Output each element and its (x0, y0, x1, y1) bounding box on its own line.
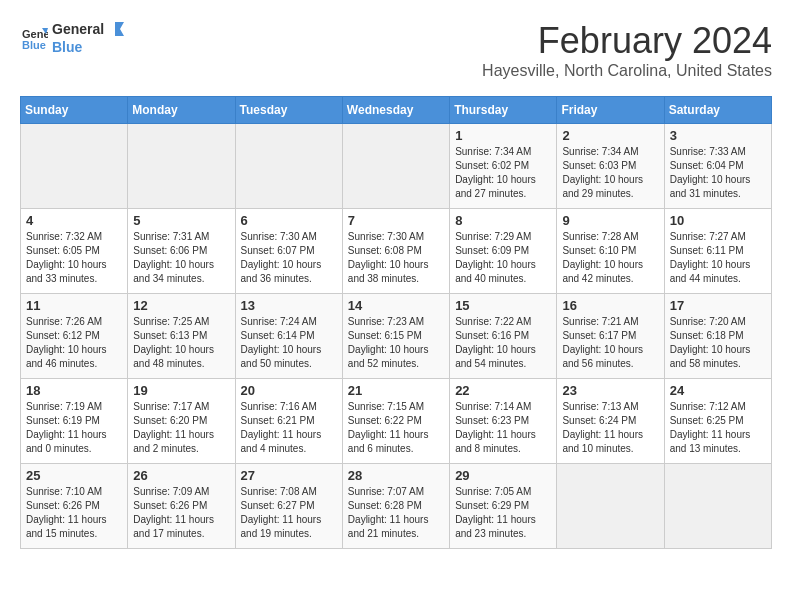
day-number: 3 (670, 128, 766, 143)
calendar-cell: 28Sunrise: 7:07 AM Sunset: 6:28 PM Dayli… (342, 464, 449, 549)
calendar-cell: 6Sunrise: 7:30 AM Sunset: 6:07 PM Daylig… (235, 209, 342, 294)
calendar-cell: 23Sunrise: 7:13 AM Sunset: 6:24 PM Dayli… (557, 379, 664, 464)
day-number: 12 (133, 298, 229, 313)
column-header-friday: Friday (557, 97, 664, 124)
calendar-cell: 17Sunrise: 7:20 AM Sunset: 6:18 PM Dayli… (664, 294, 771, 379)
calendar-cell: 5Sunrise: 7:31 AM Sunset: 6:06 PM Daylig… (128, 209, 235, 294)
day-info: Sunrise: 7:29 AM Sunset: 6:09 PM Dayligh… (455, 230, 551, 286)
day-info: Sunrise: 7:34 AM Sunset: 6:02 PM Dayligh… (455, 145, 551, 201)
column-header-saturday: Saturday (664, 97, 771, 124)
logo-general-text: General (52, 21, 104, 37)
day-info: Sunrise: 7:12 AM Sunset: 6:25 PM Dayligh… (670, 400, 766, 456)
day-number: 25 (26, 468, 122, 483)
day-number: 11 (26, 298, 122, 313)
calendar-cell: 14Sunrise: 7:23 AM Sunset: 6:15 PM Dayli… (342, 294, 449, 379)
day-number: 7 (348, 213, 444, 228)
column-header-thursday: Thursday (450, 97, 557, 124)
day-number: 24 (670, 383, 766, 398)
calendar-cell: 21Sunrise: 7:15 AM Sunset: 6:22 PM Dayli… (342, 379, 449, 464)
month-title: February 2024 (482, 20, 772, 62)
calendar-table: SundayMondayTuesdayWednesdayThursdayFrid… (20, 96, 772, 549)
day-number: 9 (562, 213, 658, 228)
calendar-cell: 11Sunrise: 7:26 AM Sunset: 6:12 PM Dayli… (21, 294, 128, 379)
calendar-cell: 12Sunrise: 7:25 AM Sunset: 6:13 PM Dayli… (128, 294, 235, 379)
day-info: Sunrise: 7:15 AM Sunset: 6:22 PM Dayligh… (348, 400, 444, 456)
day-number: 22 (455, 383, 551, 398)
day-number: 15 (455, 298, 551, 313)
day-number: 4 (26, 213, 122, 228)
calendar-cell: 27Sunrise: 7:08 AM Sunset: 6:27 PM Dayli… (235, 464, 342, 549)
day-info: Sunrise: 7:05 AM Sunset: 6:29 PM Dayligh… (455, 485, 551, 541)
day-number: 8 (455, 213, 551, 228)
header: General Blue General Blue February 2024 … (20, 20, 772, 80)
calendar-cell: 20Sunrise: 7:16 AM Sunset: 6:21 PM Dayli… (235, 379, 342, 464)
day-info: Sunrise: 7:08 AM Sunset: 6:27 PM Dayligh… (241, 485, 337, 541)
calendar-cell: 15Sunrise: 7:22 AM Sunset: 6:16 PM Dayli… (450, 294, 557, 379)
day-number: 6 (241, 213, 337, 228)
day-info: Sunrise: 7:27 AM Sunset: 6:11 PM Dayligh… (670, 230, 766, 286)
column-header-sunday: Sunday (21, 97, 128, 124)
calendar-week-row: 25Sunrise: 7:10 AM Sunset: 6:26 PM Dayli… (21, 464, 772, 549)
day-info: Sunrise: 7:30 AM Sunset: 6:08 PM Dayligh… (348, 230, 444, 286)
day-number: 26 (133, 468, 229, 483)
calendar-cell: 26Sunrise: 7:09 AM Sunset: 6:26 PM Dayli… (128, 464, 235, 549)
day-info: Sunrise: 7:24 AM Sunset: 6:14 PM Dayligh… (241, 315, 337, 371)
logo-icon: General Blue (20, 24, 48, 52)
day-info: Sunrise: 7:31 AM Sunset: 6:06 PM Dayligh… (133, 230, 229, 286)
day-number: 21 (348, 383, 444, 398)
day-number: 19 (133, 383, 229, 398)
day-number: 29 (455, 468, 551, 483)
calendar-cell: 29Sunrise: 7:05 AM Sunset: 6:29 PM Dayli… (450, 464, 557, 549)
calendar-cell (235, 124, 342, 209)
calendar-cell: 13Sunrise: 7:24 AM Sunset: 6:14 PM Dayli… (235, 294, 342, 379)
day-info: Sunrise: 7:13 AM Sunset: 6:24 PM Dayligh… (562, 400, 658, 456)
calendar-cell (664, 464, 771, 549)
day-info: Sunrise: 7:19 AM Sunset: 6:19 PM Dayligh… (26, 400, 122, 456)
day-number: 13 (241, 298, 337, 313)
day-number: 10 (670, 213, 766, 228)
calendar-cell: 7Sunrise: 7:30 AM Sunset: 6:08 PM Daylig… (342, 209, 449, 294)
day-number: 17 (670, 298, 766, 313)
day-number: 14 (348, 298, 444, 313)
calendar-cell: 4Sunrise: 7:32 AM Sunset: 6:05 PM Daylig… (21, 209, 128, 294)
calendar-week-row: 4Sunrise: 7:32 AM Sunset: 6:05 PM Daylig… (21, 209, 772, 294)
calendar-cell: 18Sunrise: 7:19 AM Sunset: 6:19 PM Dayli… (21, 379, 128, 464)
logo-blue-text: Blue (52, 39, 82, 55)
calendar-week-row: 11Sunrise: 7:26 AM Sunset: 6:12 PM Dayli… (21, 294, 772, 379)
column-header-wednesday: Wednesday (342, 97, 449, 124)
column-header-monday: Monday (128, 97, 235, 124)
calendar-cell: 22Sunrise: 7:14 AM Sunset: 6:23 PM Dayli… (450, 379, 557, 464)
day-info: Sunrise: 7:30 AM Sunset: 6:07 PM Dayligh… (241, 230, 337, 286)
day-info: Sunrise: 7:32 AM Sunset: 6:05 PM Dayligh… (26, 230, 122, 286)
day-info: Sunrise: 7:26 AM Sunset: 6:12 PM Dayligh… (26, 315, 122, 371)
logo-flag-icon (106, 20, 124, 38)
calendar-cell: 19Sunrise: 7:17 AM Sunset: 6:20 PM Dayli… (128, 379, 235, 464)
calendar-cell: 8Sunrise: 7:29 AM Sunset: 6:09 PM Daylig… (450, 209, 557, 294)
calendar-cell (128, 124, 235, 209)
calendar-week-row: 18Sunrise: 7:19 AM Sunset: 6:19 PM Dayli… (21, 379, 772, 464)
calendar-cell: 2Sunrise: 7:34 AM Sunset: 6:03 PM Daylig… (557, 124, 664, 209)
logo: General Blue General Blue (20, 20, 124, 56)
calendar-header-row: SundayMondayTuesdayWednesdayThursdayFrid… (21, 97, 772, 124)
day-info: Sunrise: 7:34 AM Sunset: 6:03 PM Dayligh… (562, 145, 658, 201)
day-number: 18 (26, 383, 122, 398)
day-info: Sunrise: 7:09 AM Sunset: 6:26 PM Dayligh… (133, 485, 229, 541)
calendar-cell: 24Sunrise: 7:12 AM Sunset: 6:25 PM Dayli… (664, 379, 771, 464)
day-info: Sunrise: 7:25 AM Sunset: 6:13 PM Dayligh… (133, 315, 229, 371)
calendar-cell: 25Sunrise: 7:10 AM Sunset: 6:26 PM Dayli… (21, 464, 128, 549)
calendar-cell: 16Sunrise: 7:21 AM Sunset: 6:17 PM Dayli… (557, 294, 664, 379)
day-info: Sunrise: 7:16 AM Sunset: 6:21 PM Dayligh… (241, 400, 337, 456)
calendar-cell: 9Sunrise: 7:28 AM Sunset: 6:10 PM Daylig… (557, 209, 664, 294)
day-number: 28 (348, 468, 444, 483)
calendar-cell: 10Sunrise: 7:27 AM Sunset: 6:11 PM Dayli… (664, 209, 771, 294)
column-header-tuesday: Tuesday (235, 97, 342, 124)
day-info: Sunrise: 7:10 AM Sunset: 6:26 PM Dayligh… (26, 485, 122, 541)
calendar-week-row: 1Sunrise: 7:34 AM Sunset: 6:02 PM Daylig… (21, 124, 772, 209)
calendar-cell (342, 124, 449, 209)
day-info: Sunrise: 7:07 AM Sunset: 6:28 PM Dayligh… (348, 485, 444, 541)
day-info: Sunrise: 7:28 AM Sunset: 6:10 PM Dayligh… (562, 230, 658, 286)
day-number: 23 (562, 383, 658, 398)
day-info: Sunrise: 7:14 AM Sunset: 6:23 PM Dayligh… (455, 400, 551, 456)
day-number: 16 (562, 298, 658, 313)
day-number: 5 (133, 213, 229, 228)
